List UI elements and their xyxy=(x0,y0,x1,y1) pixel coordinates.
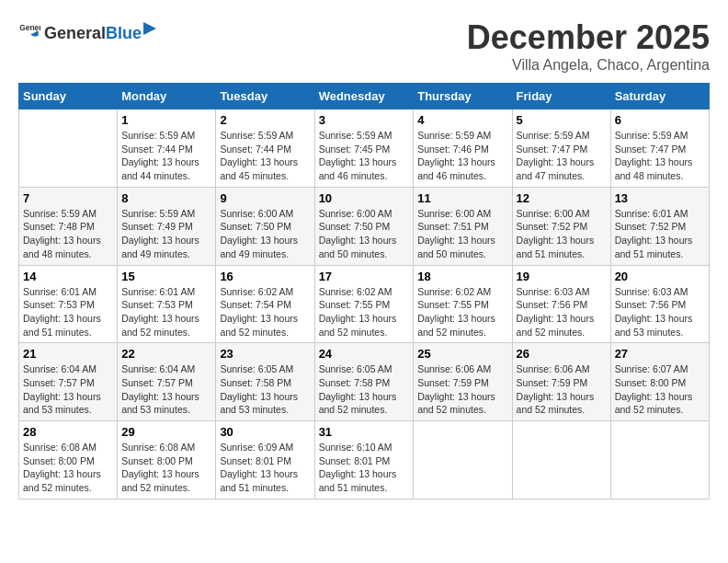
date-number: 8 xyxy=(121,191,211,205)
date-number: 30 xyxy=(220,425,310,439)
calendar-cell: 29Sunrise: 6:08 AM Sunset: 8:00 PM Dayli… xyxy=(118,421,216,500)
calendar-cell: 7Sunrise: 5:59 AM Sunset: 7:48 PM Daylig… xyxy=(19,187,118,265)
date-number: 28 xyxy=(23,425,113,439)
calendar-cell xyxy=(610,421,709,500)
cell-info: Sunrise: 5:59 AM Sunset: 7:44 PM Dayligh… xyxy=(121,129,211,183)
date-number: 14 xyxy=(23,270,113,283)
cell-info: Sunrise: 6:10 AM Sunset: 8:01 PM Dayligh… xyxy=(319,441,410,495)
calendar-cell: 20Sunrise: 6:03 AM Sunset: 7:56 PM Dayli… xyxy=(610,265,709,343)
calendar-cell: 17Sunrise: 6:02 AM Sunset: 7:55 PM Dayli… xyxy=(314,265,414,343)
cell-info: Sunrise: 6:02 AM Sunset: 7:55 PM Dayligh… xyxy=(319,285,410,339)
calendar-cell: 1Sunrise: 5:59 AM Sunset: 7:44 PM Daylig… xyxy=(118,109,216,188)
date-number: 17 xyxy=(319,270,410,283)
date-number: 9 xyxy=(220,191,310,205)
cell-info: Sunrise: 5:59 AM Sunset: 7:48 PM Dayligh… xyxy=(23,207,113,261)
cell-info: Sunrise: 6:02 AM Sunset: 7:54 PM Dayligh… xyxy=(220,285,310,339)
week-row-2: 7Sunrise: 5:59 AM Sunset: 7:48 PM Daylig… xyxy=(19,187,710,265)
svg-text:General: General xyxy=(19,22,40,31)
date-number: 16 xyxy=(220,270,310,283)
calendar-cell: 30Sunrise: 6:09 AM Sunset: 8:01 PM Dayli… xyxy=(216,421,314,500)
calendar-cell: 25Sunrise: 6:06 AM Sunset: 7:59 PM Dayli… xyxy=(414,343,512,421)
calendar-cell: 27Sunrise: 6:07 AM Sunset: 8:00 PM Dayli… xyxy=(610,343,709,421)
cell-info: Sunrise: 6:00 AM Sunset: 7:51 PM Dayligh… xyxy=(417,207,507,261)
cell-info: Sunrise: 6:01 AM Sunset: 7:53 PM Dayligh… xyxy=(121,285,211,339)
calendar-cell: 23Sunrise: 6:05 AM Sunset: 7:58 PM Dayli… xyxy=(216,343,314,421)
calendar-cell: 4Sunrise: 5:59 AM Sunset: 7:46 PM Daylig… xyxy=(414,109,512,188)
date-number: 23 xyxy=(220,347,310,361)
date-number: 22 xyxy=(121,347,211,361)
day-header-thursday: Thursday xyxy=(414,84,512,109)
page-title: December 2025 xyxy=(467,18,710,57)
date-number: 3 xyxy=(319,113,410,127)
calendar-cell: 2Sunrise: 5:59 AM Sunset: 7:44 PM Daylig… xyxy=(216,109,314,188)
day-header-saturday: Saturday xyxy=(610,84,709,109)
cell-info: Sunrise: 6:01 AM Sunset: 7:52 PM Dayligh… xyxy=(615,207,705,261)
calendar-cell: 13Sunrise: 6:01 AM Sunset: 7:52 PM Dayli… xyxy=(610,187,709,265)
calendar-table: SundayMondayTuesdayWednesdayThursdayFrid… xyxy=(18,83,710,500)
day-header-friday: Friday xyxy=(512,84,610,109)
cell-info: Sunrise: 5:59 AM Sunset: 7:44 PM Dayligh… xyxy=(220,129,310,183)
date-number: 4 xyxy=(417,113,507,127)
date-number: 19 xyxy=(517,270,607,283)
cell-info: Sunrise: 5:59 AM Sunset: 7:47 PM Dayligh… xyxy=(615,129,705,183)
cell-info: Sunrise: 6:04 AM Sunset: 7:57 PM Dayligh… xyxy=(23,362,113,417)
calendar-cell: 31Sunrise: 6:10 AM Sunset: 8:01 PM Dayli… xyxy=(314,421,414,500)
cell-info: Sunrise: 6:04 AM Sunset: 7:57 PM Dayligh… xyxy=(121,362,211,417)
date-number: 26 xyxy=(517,347,607,361)
cell-info: Sunrise: 6:03 AM Sunset: 7:56 PM Dayligh… xyxy=(615,285,705,339)
calendar-cell: 18Sunrise: 6:02 AM Sunset: 7:55 PM Dayli… xyxy=(414,265,512,343)
logo-general: General xyxy=(44,24,106,43)
calendar-cell: 21Sunrise: 6:04 AM Sunset: 7:57 PM Dayli… xyxy=(19,343,118,421)
date-number: 24 xyxy=(319,347,410,361)
calendar-cell: 26Sunrise: 6:06 AM Sunset: 7:59 PM Dayli… xyxy=(512,343,610,421)
calendar-cell: 6Sunrise: 5:59 AM Sunset: 7:47 PM Daylig… xyxy=(610,109,709,188)
calendar-cell: 22Sunrise: 6:04 AM Sunset: 7:57 PM Dayli… xyxy=(118,343,216,421)
calendar-cell: 11Sunrise: 6:00 AM Sunset: 7:51 PM Dayli… xyxy=(414,187,512,265)
logo-blue: Blue xyxy=(106,24,142,43)
cell-info: Sunrise: 6:00 AM Sunset: 7:52 PM Dayligh… xyxy=(517,207,607,261)
cell-info: Sunrise: 6:07 AM Sunset: 8:00 PM Dayligh… xyxy=(615,362,705,417)
cell-info: Sunrise: 5:59 AM Sunset: 7:46 PM Dayligh… xyxy=(417,129,507,183)
calendar-cell: 8Sunrise: 5:59 AM Sunset: 7:49 PM Daylig… xyxy=(118,187,216,265)
date-number: 20 xyxy=(615,270,705,283)
calendar-cell: 28Sunrise: 6:08 AM Sunset: 8:00 PM Dayli… xyxy=(19,421,118,500)
cell-info: Sunrise: 6:03 AM Sunset: 7:56 PM Dayligh… xyxy=(517,285,607,339)
cell-info: Sunrise: 5:59 AM Sunset: 7:45 PM Dayligh… xyxy=(319,129,410,183)
day-header-monday: Monday xyxy=(118,84,216,109)
calendar-cell: 24Sunrise: 6:05 AM Sunset: 7:58 PM Dayli… xyxy=(314,343,414,421)
date-number: 27 xyxy=(615,347,705,361)
day-header-tuesday: Tuesday xyxy=(216,84,314,109)
calendar-cell xyxy=(512,421,610,500)
date-number: 5 xyxy=(517,113,607,127)
cell-info: Sunrise: 6:06 AM Sunset: 7:59 PM Dayligh… xyxy=(417,362,507,417)
calendar-cell: 5Sunrise: 5:59 AM Sunset: 7:47 PM Daylig… xyxy=(512,109,610,188)
date-number: 6 xyxy=(615,113,705,127)
cell-info: Sunrise: 6:05 AM Sunset: 7:58 PM Dayligh… xyxy=(319,362,410,417)
date-number: 31 xyxy=(319,425,410,439)
cell-info: Sunrise: 6:02 AM Sunset: 7:55 PM Dayligh… xyxy=(417,285,507,339)
cell-info: Sunrise: 5:59 AM Sunset: 7:49 PM Dayligh… xyxy=(121,207,211,261)
date-number: 25 xyxy=(417,347,507,361)
date-number: 2 xyxy=(220,113,310,127)
calendar-cell: 16Sunrise: 6:02 AM Sunset: 7:54 PM Dayli… xyxy=(216,265,314,343)
cell-info: Sunrise: 6:00 AM Sunset: 7:50 PM Dayligh… xyxy=(220,207,310,261)
cell-info: Sunrise: 6:01 AM Sunset: 7:53 PM Dayligh… xyxy=(23,285,113,339)
week-row-5: 28Sunrise: 6:08 AM Sunset: 8:00 PM Dayli… xyxy=(19,421,710,500)
page-subtitle: Villa Angela, Chaco, Argentina xyxy=(467,57,710,74)
date-number: 10 xyxy=(319,191,410,205)
cell-info: Sunrise: 6:00 AM Sunset: 7:50 PM Dayligh… xyxy=(319,207,410,261)
calendar-cell: 10Sunrise: 6:00 AM Sunset: 7:50 PM Dayli… xyxy=(314,187,414,265)
date-number: 1 xyxy=(121,113,211,127)
date-number: 18 xyxy=(417,270,507,283)
week-row-1: 1Sunrise: 5:59 AM Sunset: 7:44 PM Daylig… xyxy=(19,109,710,188)
logo-arrow-icon xyxy=(143,18,160,39)
cell-info: Sunrise: 5:59 AM Sunset: 7:47 PM Dayligh… xyxy=(517,129,607,183)
calendar-cell: 15Sunrise: 6:01 AM Sunset: 7:53 PM Dayli… xyxy=(118,265,216,343)
svg-marker-1 xyxy=(143,22,156,35)
header-row: SundayMondayTuesdayWednesdayThursdayFrid… xyxy=(19,84,710,109)
date-number: 21 xyxy=(23,347,113,361)
date-number: 13 xyxy=(615,191,705,205)
header: General General Blue December 2025 Villa… xyxy=(18,18,710,74)
calendar-cell xyxy=(19,109,118,188)
calendar-cell: 12Sunrise: 6:00 AM Sunset: 7:52 PM Dayli… xyxy=(512,187,610,265)
